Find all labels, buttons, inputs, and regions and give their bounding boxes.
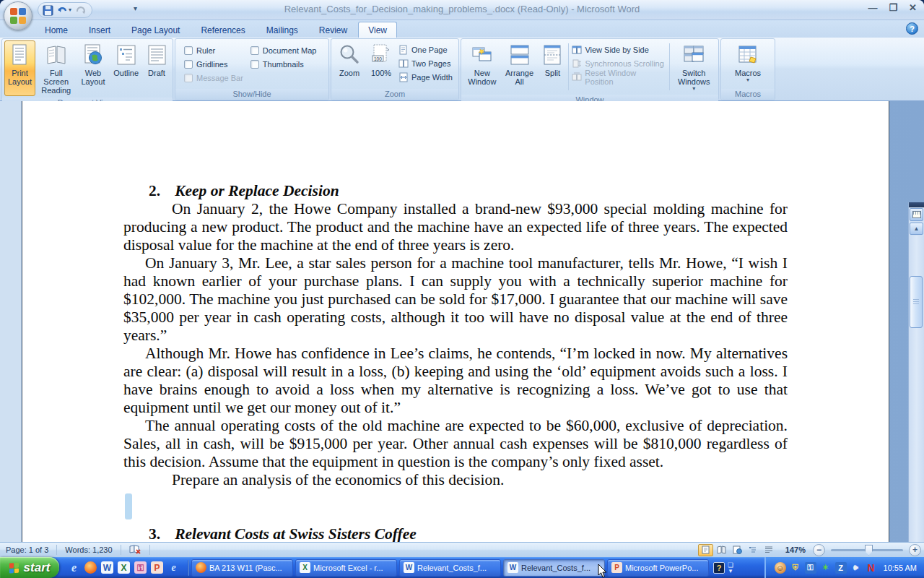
internet-explorer-icon[interactable]: e bbox=[68, 561, 80, 574]
show-hidden-icons-button[interactable]: ❏▾ bbox=[728, 562, 733, 574]
full-screen-mini-icon bbox=[717, 545, 726, 554]
zoom-level[interactable]: 147% bbox=[785, 545, 806, 554]
group-macros: Macros ▾ Macros bbox=[720, 38, 775, 100]
restore-button[interactable]: ❐ bbox=[889, 3, 897, 13]
split-button[interactable]: Split bbox=[538, 40, 567, 93]
new-window-button[interactable]: New Window bbox=[463, 40, 501, 93]
zoom-button[interactable]: Zoom bbox=[334, 40, 365, 87]
help-button[interactable]: ? bbox=[906, 22, 918, 35]
tab-review[interactable]: Review bbox=[309, 22, 357, 38]
window-controls: — ❐ ✕ bbox=[868, 3, 917, 13]
tab-insert[interactable]: Insert bbox=[79, 22, 121, 38]
arrange-all-button[interactable]: Arrange All bbox=[501, 40, 539, 93]
view-side-by-side-button[interactable]: View Side by Side bbox=[570, 43, 668, 56]
full-screen-reading-icon bbox=[45, 43, 68, 66]
document-page[interactable]: 2.Keep or Replace Decision On January 2,… bbox=[22, 101, 889, 542]
taskbar-button-excel[interactable]: X Microsoft Excel - r... bbox=[295, 559, 397, 577]
two-pages-button[interactable]: Two Pages bbox=[397, 56, 454, 70]
ruler-toggle-button[interactable] bbox=[910, 208, 923, 221]
minimize-button[interactable]: — bbox=[868, 3, 877, 13]
zoom-slider-thumb[interactable] bbox=[865, 545, 873, 556]
web-layout-mini-icon bbox=[733, 545, 742, 554]
page-indicator[interactable]: Page: 1 of 3 bbox=[3, 545, 51, 554]
help-tray-icon[interactable]: ? bbox=[713, 562, 725, 574]
web-layout-icon bbox=[82, 43, 105, 66]
taskbar-button-word-1[interactable]: W Relevant_Costs_f... bbox=[399, 559, 501, 577]
taskbar-button-powerpoint[interactable]: P Microsoft PowerPo... bbox=[607, 559, 709, 577]
one-page-button[interactable]: One Page bbox=[397, 43, 454, 56]
group-document-views: Print Layout Full Screen Reading Web Lay… bbox=[1, 38, 173, 100]
taskbar-clock[interactable]: 10:55 AM bbox=[884, 564, 917, 572]
macros-icon bbox=[736, 43, 759, 66]
zoom-out-button[interactable]: − bbox=[813, 544, 825, 556]
tray-volume-icon[interactable]: 🕪 bbox=[850, 562, 862, 574]
tray-zenworks-icon[interactable]: Z bbox=[835, 562, 847, 574]
tab-mailings[interactable]: Mailings bbox=[256, 22, 308, 38]
powerpoint-icon[interactable]: P bbox=[151, 561, 163, 574]
switch-windows-button[interactable]: Switch Windows ▾ bbox=[671, 40, 716, 93]
taskbar-extras: ? ❏▾ bbox=[713, 562, 733, 574]
scroll-up-button[interactable]: ▲ bbox=[910, 223, 923, 235]
checkbox-icon bbox=[184, 46, 193, 55]
checkbox-icon bbox=[184, 60, 193, 69]
view-outline-button[interactable] bbox=[746, 544, 761, 556]
view-web-layout-button[interactable] bbox=[730, 544, 745, 556]
print-layout-mini-icon bbox=[702, 545, 710, 554]
group-label-macros: Macros bbox=[721, 89, 775, 100]
ruler-checkbox[interactable]: Ruler bbox=[184, 43, 243, 57]
print-layout-icon bbox=[9, 43, 30, 66]
outline-button[interactable]: Outline bbox=[109, 40, 143, 96]
start-button[interactable]: start bbox=[0, 557, 59, 578]
gridlines-checkbox[interactable]: Gridlines bbox=[184, 57, 243, 71]
draft-button[interactable]: Draft bbox=[143, 40, 170, 96]
tray-messenger-icon[interactable]: ☺ bbox=[775, 562, 786, 574]
scrollbar-track[interactable] bbox=[909, 236, 924, 578]
internet-explorer-2-icon[interactable]: e bbox=[167, 561, 180, 574]
group-label-zoom: Zoom bbox=[331, 89, 458, 100]
tray-star-icon[interactable]: ✶ bbox=[820, 562, 832, 574]
view-full-screen-button[interactable] bbox=[714, 544, 729, 556]
view-draft-button[interactable] bbox=[762, 544, 777, 556]
scrollbar-thumb[interactable] bbox=[910, 276, 923, 328]
zoom-slider[interactable] bbox=[831, 549, 903, 551]
tab-view[interactable]: View bbox=[358, 22, 397, 38]
tray-key-icon[interactable]: ⚿ bbox=[805, 562, 816, 574]
zoom-100-button[interactable]: 100 100% bbox=[365, 40, 397, 87]
one-page-icon bbox=[398, 45, 409, 55]
tray-novell-icon[interactable]: N bbox=[866, 562, 877, 574]
full-screen-reading-button[interactable]: Full Screen Reading bbox=[35, 40, 77, 96]
zoom-in-button[interactable]: + bbox=[909, 544, 921, 556]
taskbar-button-firefox[interactable]: BA 213 W11 (Pasc... bbox=[191, 559, 293, 577]
word-icon[interactable]: W bbox=[101, 561, 113, 574]
proofing-status[interactable] bbox=[126, 545, 144, 555]
document-area: 2.Keep or Replace Decision On January 2,… bbox=[0, 101, 924, 542]
document-map-checkbox[interactable]: Document Map bbox=[250, 43, 317, 57]
macros-button[interactable]: Macros ▾ bbox=[728, 40, 767, 87]
office-button[interactable] bbox=[4, 1, 32, 30]
page-width-button[interactable]: Page Width bbox=[397, 70, 454, 84]
word-count[interactable]: Words: 1,230 bbox=[62, 545, 115, 554]
office-logo-icon bbox=[10, 8, 26, 24]
firefox-icon[interactable] bbox=[84, 561, 97, 574]
group-zoom: Zoom 100 100% One Page Two Pages bbox=[331, 38, 459, 100]
ribbon: Print Layout Full Screen Reading Web Lay… bbox=[0, 38, 924, 101]
excel-icon[interactable]: X bbox=[118, 561, 130, 574]
taskbar-button-word-2[interactable]: W Relevant_Costs_f... bbox=[503, 559, 605, 577]
title-bar: ▾ ▾ Relevant_Costs_for_Decision_making_p… bbox=[0, 0, 924, 20]
powerpoint-icon: P bbox=[611, 562, 622, 573]
print-layout-button[interactable]: Print Layout bbox=[4, 40, 35, 96]
web-layout-button[interactable]: Web Layout bbox=[77, 40, 110, 96]
close-button[interactable]: ✕ bbox=[909, 3, 917, 13]
tray-shield-icon[interactable]: ⛨ bbox=[790, 562, 801, 574]
tab-references[interactable]: References bbox=[191, 22, 255, 38]
tab-page-layout[interactable]: Page Layout bbox=[121, 22, 190, 38]
thumbnails-checkbox[interactable]: Thumbnails bbox=[250, 57, 317, 71]
access-key-icon[interactable]: ⚿ bbox=[134, 561, 147, 574]
checkbox-icon bbox=[250, 46, 259, 55]
view-print-layout-button[interactable] bbox=[698, 544, 713, 556]
heading-3-title: Relevant Costs at Swiss Sisters Coffee bbox=[160, 525, 417, 543]
heading-3: 3.Relevant Costs at Swiss Sisters Coffee bbox=[123, 525, 788, 543]
checkbox-icon bbox=[250, 60, 259, 69]
split-handle[interactable] bbox=[909, 202, 924, 207]
tab-home[interactable]: Home bbox=[35, 22, 78, 38]
